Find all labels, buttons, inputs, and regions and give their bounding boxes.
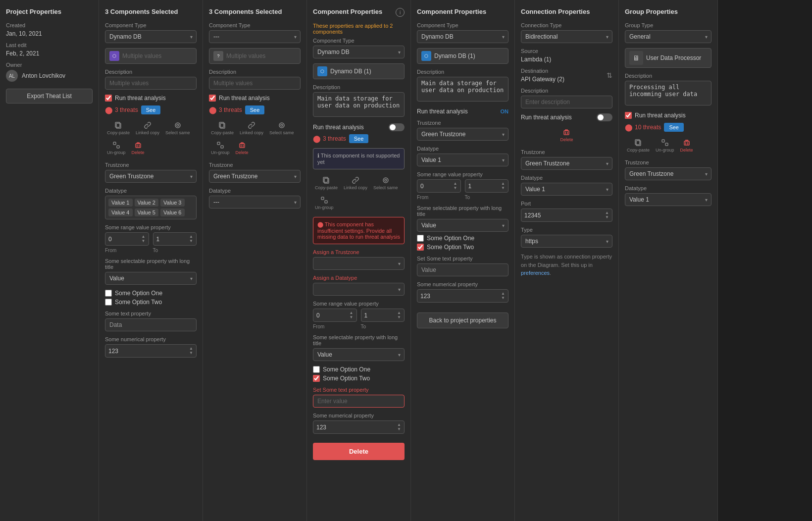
type-label: Type (521, 227, 612, 233)
description-input-cs1[interactable] (105, 77, 197, 90)
run-threat-checkbox-cs1[interactable] (105, 95, 112, 102)
copy-paste-btn-cs2[interactable]: Copy-paste (209, 119, 236, 137)
sort-icon[interactable]: ⇅ (607, 71, 612, 79)
delete-btn-conn[interactable]: Delete (558, 126, 575, 144)
datatype-select-conn[interactable]: Value 1 (521, 183, 612, 196)
see-btn-cs2[interactable]: See (245, 105, 265, 114)
option1-checkbox-cp2[interactable] (417, 235, 424, 242)
linked-copy-label-cs1: Linked copy (136, 130, 159, 135)
delete-btn-cs2[interactable]: Delete (234, 139, 251, 157)
linked-copy-btn-cs2[interactable]: Linked copy (238, 119, 265, 137)
run-threat-toggle-cp1[interactable] (389, 123, 405, 131)
numerical-input-cs1[interactable]: 123 ▲▼ (105, 344, 197, 358)
range-from-cp1[interactable]: 0 ▲▼ (313, 309, 357, 322)
un-group-btn-cs1[interactable]: Un-group (105, 139, 128, 157)
see-btn-cs1[interactable]: See (141, 105, 161, 114)
port-input[interactable] (524, 212, 605, 219)
select-same-btn-cp1[interactable]: Select same (371, 174, 400, 192)
info-icon-cp1[interactable]: i (396, 8, 405, 17)
range-to-cp2[interactable]: 1 ▲▼ (465, 179, 509, 193)
range-from-input-cs1[interactable]: 0 ▲▼ (105, 232, 149, 246)
run-threat-label-cp1: Run threat analysis (313, 124, 364, 131)
run-threat-toggle-conn[interactable] (597, 113, 612, 121)
connection-type-select[interactable]: Bidirectional (521, 30, 612, 43)
copy-paste-btn-cs1[interactable]: Copy-paste (105, 119, 132, 137)
copy-paste-btn-cp1[interactable]: Copy-paste (313, 174, 340, 192)
assign-trustzone-label-cp1: Assign a Trustzone (313, 249, 405, 255)
text-prop-label-cp1: Set Some text property (313, 387, 405, 393)
un-group-btn-cp1[interactable]: Un-group (313, 194, 336, 212)
description-input-cs2[interactable] (209, 77, 301, 90)
un-group-btn-gp[interactable]: Un-group (654, 137, 676, 155)
see-btn-gp[interactable]: See (664, 123, 684, 132)
delete-btn-cs1[interactable]: Delete (130, 139, 147, 157)
option1-checkbox-cs1[interactable] (105, 290, 112, 297)
copy-paste-btn-gp[interactable]: Copy-paste (625, 137, 652, 155)
multiple-values-input-cs2[interactable] (226, 52, 296, 59)
datatype-select-cp2[interactable]: Value 1 (417, 154, 508, 166)
run-threat-checkbox-gp[interactable] (625, 112, 632, 119)
text-prop-input-cs1[interactable] (105, 318, 197, 331)
description-input-conn[interactable] (521, 96, 612, 108)
group-type-select[interactable]: General (625, 30, 711, 43)
trustzone-select-cs2[interactable]: Green Trustzone (209, 170, 301, 183)
avatar: AL (6, 70, 18, 82)
option2-checkbox-cs1[interactable] (105, 299, 112, 306)
trustzone-select-cp2[interactable]: Green Trustzone (417, 128, 508, 141)
svg-rect-11 (217, 142, 220, 145)
option2-checkbox-cp2[interactable] (417, 244, 424, 251)
trustzone-select-conn[interactable]: Green Trustzone (521, 157, 612, 170)
type-select[interactable]: https (521, 235, 612, 248)
datatype-select-cs2[interactable]: --- (209, 196, 301, 208)
assign-datatype-select-cp1[interactable] (313, 283, 405, 296)
run-threat-checkbox-cs2[interactable] (209, 95, 216, 102)
select-same-btn-cs1[interactable]: Select same (163, 119, 192, 137)
range-from-cp2[interactable]: 0 ▲▼ (417, 179, 461, 193)
back-to-project-btn[interactable]: Back to project properties (417, 313, 508, 328)
preferences-link[interactable]: preferences (521, 270, 550, 276)
export-button[interactable]: Export Theat List (6, 89, 93, 104)
component-type-select-cs1[interactable]: Dynamo DB (105, 30, 197, 43)
owner-label: Owner (6, 62, 93, 68)
trustzone-select-gp[interactable]: Green Trustzone (625, 167, 711, 180)
delete-label-conn: Delete (560, 137, 573, 142)
range-to-cp1[interactable]: 1 ▲▼ (361, 309, 405, 322)
delete-btn-cp1[interactable]: Delete (313, 443, 405, 460)
unsupported-msg-cp1: ℹ This component is not supported yet (313, 148, 405, 169)
range-label-cp1: Some range value property (313, 301, 405, 307)
assign-datatype-label-cp1: Assign a Datatype (313, 275, 405, 281)
svg-point-16 (383, 178, 388, 183)
linked-copy-btn-cp1[interactable]: Linked copy (342, 174, 369, 192)
threat-count-gp: 10 threats (635, 124, 661, 131)
delete-label-gp: Delete (680, 148, 693, 153)
linked-copy-btn-cs1[interactable]: Linked copy (134, 119, 161, 137)
selectable-select-cs1[interactable]: Value (105, 272, 197, 285)
text-prop-label-cp2: Set Some text property (417, 256, 508, 261)
component-type-select-cs2[interactable]: --- (209, 30, 301, 43)
numerical-input-cp1[interactable]: 123 ▲▼ (313, 420, 405, 434)
svg-point-17 (385, 179, 387, 181)
text-prop-input-cp2[interactable] (417, 263, 508, 276)
datatype-select-gp[interactable]: Value 1 (625, 193, 711, 206)
option2-checkbox-cp1[interactable] (313, 375, 320, 382)
svg-rect-25 (684, 141, 689, 145)
option1-checkbox-cp1[interactable] (313, 366, 320, 373)
see-btn-cp1[interactable]: See (349, 134, 369, 143)
assign-trustzone-select-cp1[interactable] (313, 257, 405, 270)
multiple-values-input-cs1[interactable] (122, 52, 192, 59)
un-group-btn-cs2[interactable]: Un-group (209, 139, 232, 157)
description-textarea-gp[interactable]: Processing all incomming user data (625, 81, 711, 105)
component-type-select-cp1[interactable]: Dynamo DB (313, 46, 405, 58)
numerical-input-cp2[interactable]: 123 ▲▼ (417, 289, 508, 303)
selectable-select-cp1[interactable]: Value (313, 348, 405, 361)
trustzone-select-cs1[interactable]: Green Trustzone (105, 170, 197, 183)
selectable-select-cp2[interactable]: Value (417, 219, 508, 232)
range-to-input-cs1[interactable]: 1 ▲▼ (153, 232, 197, 246)
description-textarea-cp1[interactable]: Main data storage for user data on produ… (313, 92, 405, 117)
text-prop-input-cp1[interactable] (313, 395, 405, 408)
description-label-cs1: Description (105, 69, 197, 75)
component-type-select-cp2[interactable]: Dynamo DB (417, 30, 508, 43)
select-same-btn-cs2[interactable]: Select same (267, 119, 296, 137)
delete-btn-gp[interactable]: Delete (678, 137, 695, 155)
description-textarea-cp2[interactable]: Main data storage for user data on produ… (417, 77, 508, 102)
